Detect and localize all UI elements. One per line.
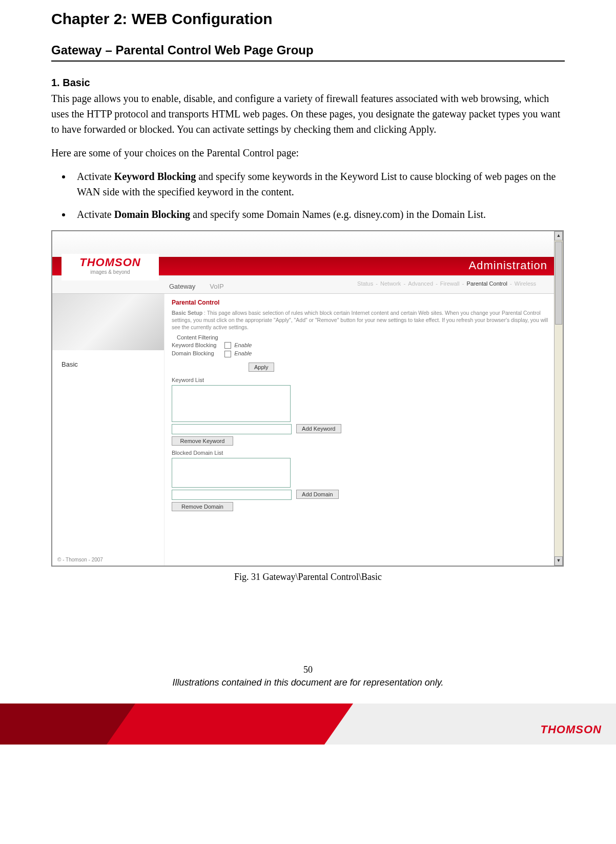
bullet2-post: and specify some Domain Names (e.g. disn… bbox=[190, 209, 486, 220]
domain-list-box[interactable] bbox=[172, 458, 291, 488]
bullet1-pre: Activate bbox=[77, 171, 114, 182]
bullet1-bold: Keyword Blocking bbox=[114, 171, 196, 182]
tab-gateway[interactable]: Gateway bbox=[164, 279, 200, 293]
subnav-network[interactable]: Network bbox=[380, 280, 401, 287]
row-domain-blocking: Domain Blocking Enable bbox=[172, 350, 556, 357]
apply-button[interactable]: Apply bbox=[249, 363, 274, 372]
scroll-track[interactable] bbox=[555, 240, 563, 556]
tab-voip[interactable]: VoIP bbox=[204, 279, 229, 293]
bullet-list: Activate Keyword Blocking and specify so… bbox=[51, 169, 565, 222]
bullet-item-keyword: Activate Keyword Blocking and specify so… bbox=[72, 169, 565, 199]
screenshot-parental-control: Administration THOMSON images & beyond G… bbox=[51, 230, 564, 567]
keyword-list-box[interactable] bbox=[172, 385, 291, 422]
disclaimer-text: Illustrations contained in this document… bbox=[51, 677, 565, 688]
main-panel: Parental Control Basic Setup : This page… bbox=[165, 294, 563, 566]
domain-blocking-checkbox[interactable] bbox=[224, 351, 231, 357]
remove-domain-button[interactable]: Remove Domain bbox=[172, 502, 233, 511]
sidebar-copyright: © - Thomson - 2007 bbox=[57, 557, 103, 562]
keyword-blocking-enable: Enable bbox=[234, 342, 252, 348]
row-keyword-blocking: Keyword Blocking Enable bbox=[172, 342, 556, 349]
footer-banner: THOMSON bbox=[0, 704, 616, 745]
sidebar: Basic © - Thomson - 2007 bbox=[52, 294, 165, 566]
content-filtering-label: Content Filtering bbox=[177, 334, 556, 340]
scroll-down-icon[interactable]: ▼ bbox=[555, 556, 563, 566]
panel-desc-text: : This page allows basic selection of ru… bbox=[172, 310, 548, 330]
subnav-wireless[interactable]: Wireless bbox=[515, 280, 536, 287]
chapter-title: Chapter 2: WEB Configuration bbox=[51, 10, 565, 28]
remove-keyword-button[interactable]: Remove Keyword bbox=[172, 436, 233, 446]
logo-brand: THOMSON bbox=[61, 254, 159, 268]
footer-brand: THOMSON bbox=[541, 723, 602, 736]
thomson-logo: THOMSON images & beyond bbox=[61, 254, 159, 280]
panel-desc-label: Basic Setup bbox=[172, 310, 202, 316]
sidebar-item-basic[interactable]: Basic bbox=[52, 350, 164, 368]
keyword-input[interactable] bbox=[172, 424, 292, 434]
sidebar-image bbox=[52, 294, 164, 350]
add-domain-button[interactable]: Add Domain bbox=[296, 490, 339, 499]
subnav-parental-control[interactable]: Parental Control bbox=[467, 280, 508, 287]
page-number: 50 bbox=[51, 665, 565, 675]
figure-caption: Fig. 31 Gateway\Parental Control\Basic bbox=[51, 572, 565, 582]
blocked-domain-label: Blocked Domain List bbox=[172, 450, 556, 456]
paragraph-2: Here are some of your choices on the Par… bbox=[51, 145, 565, 160]
scroll-thumb[interactable] bbox=[555, 242, 562, 325]
scrollbar[interactable]: ▲ ▼ bbox=[554, 231, 563, 566]
logo-tagline: images & beyond bbox=[61, 269, 159, 275]
section-title: Gateway – Parental Control Web Page Grou… bbox=[51, 43, 565, 57]
paragraph-1: This page allows you to enable, disable,… bbox=[51, 91, 565, 137]
panel-description: Basic Setup : This page allows basic sel… bbox=[172, 309, 556, 331]
domain-blocking-enable: Enable bbox=[234, 350, 252, 356]
subnav-firewall[interactable]: Firewall bbox=[440, 280, 460, 287]
section-divider bbox=[51, 61, 565, 62]
panel-title: Parental Control bbox=[172, 299, 556, 306]
domain-input[interactable] bbox=[172, 490, 292, 500]
domain-blocking-label: Domain Blocking bbox=[172, 350, 223, 356]
add-keyword-button[interactable]: Add Keyword bbox=[296, 424, 341, 433]
screenshot-header-area bbox=[52, 231, 563, 257]
keyword-blocking-checkbox[interactable] bbox=[224, 342, 231, 349]
subsection-heading: 1. Basic bbox=[51, 77, 565, 89]
keyword-list-label: Keyword List bbox=[172, 377, 556, 383]
bullet-item-domain: Activate Domain Blocking and specify som… bbox=[72, 207, 565, 222]
subnav: Status - Network - Advanced - Firewall -… bbox=[356, 278, 547, 289]
subnav-status[interactable]: Status bbox=[357, 280, 373, 287]
keyword-blocking-label: Keyword Blocking bbox=[172, 342, 223, 348]
bullet2-pre: Activate bbox=[77, 209, 114, 220]
admin-label: Administration bbox=[469, 259, 547, 272]
bullet2-bold: Domain Blocking bbox=[114, 209, 190, 220]
scroll-up-icon[interactable]: ▲ bbox=[555, 231, 563, 240]
subnav-advanced[interactable]: Advanced bbox=[408, 280, 433, 287]
